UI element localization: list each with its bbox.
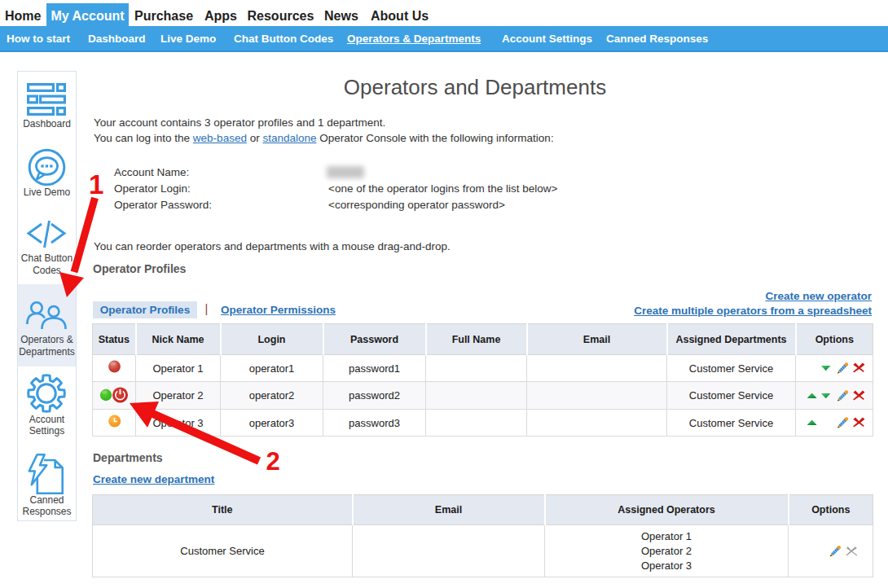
svg-text:1: 1 xyxy=(89,169,103,200)
svg-text:2: 2 xyxy=(266,447,280,476)
